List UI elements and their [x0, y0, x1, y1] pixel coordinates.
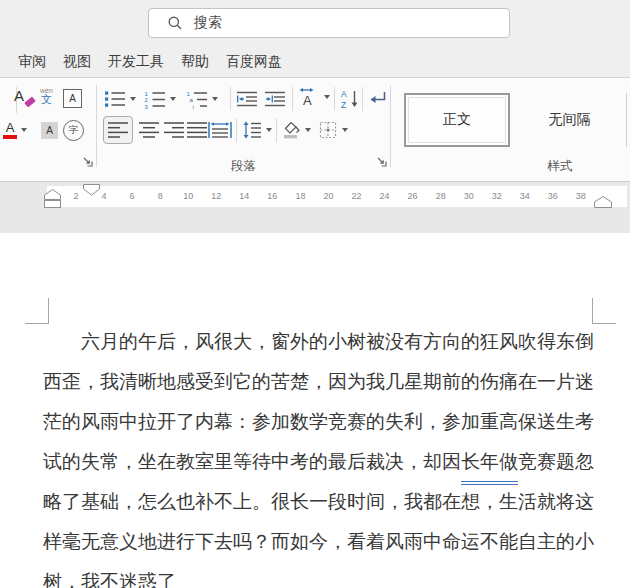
styles-group-label: 样式: [460, 158, 630, 175]
decrease-indent-button[interactable]: [236, 87, 258, 111]
justify-button[interactable]: [186, 118, 208, 142]
style-normal-label: 正文: [443, 111, 471, 129]
ruler-number: 8: [146, 186, 174, 207]
numbering-button[interactable]: 1 2 3: [144, 87, 176, 111]
style-no-spacing[interactable]: 无间隔: [513, 93, 626, 147]
ruler-number: 10: [174, 186, 202, 207]
first-line-indent-marker[interactable]: [83, 184, 100, 196]
document-page[interactable]: 六月的午后，风很大，窗外的小树被没有方向的狂风吹得东倒 西歪，我清晰地感受到它的…: [0, 233, 630, 588]
character-border-button[interactable]: A: [63, 86, 82, 110]
horizontal-ruler[interactable]: 2468101214161820222426283032343638: [47, 186, 627, 207]
ruler-number: 22: [342, 186, 370, 207]
button-separator: [236, 118, 237, 142]
chevron-down-icon[interactable]: [324, 95, 330, 99]
chevron-down-icon[interactable]: [170, 97, 176, 101]
svg-text:3: 3: [145, 104, 149, 110]
multilevel-list-button[interactable]: 1 a i: [186, 87, 218, 111]
shading-button[interactable]: [281, 118, 311, 142]
clear-formatting-icon: A: [13, 87, 33, 107]
asian-layout-button[interactable]: A: [298, 85, 330, 109]
align-right-button[interactable]: [163, 118, 185, 142]
justify-icon: [186, 120, 208, 140]
text-line[interactable]: 西歪，我清晰地感受到它的苦楚，因为我几星期前的伤痛在一片迷: [43, 362, 592, 402]
numbered-list-icon: 1 2 3: [144, 89, 166, 109]
button-separator: [362, 87, 363, 111]
ruler-number: 20: [314, 186, 342, 207]
svg-text:1: 1: [145, 91, 149, 97]
svg-text:Z: Z: [341, 99, 346, 109]
bullet-list-icon: [104, 89, 126, 109]
ruler-number: 16: [258, 186, 286, 207]
style-normal[interactable]: 正文: [404, 93, 510, 147]
paragraph-dialog-launcher[interactable]: [376, 156, 388, 168]
text-line[interactable]: 六月的午后，风很大，窗外的小树被没有方向的狂风吹得东倒: [43, 322, 592, 362]
text-line[interactable]: 略了基础，怎么也补不上。很长一段时间，我都在想，生活就将这: [43, 482, 592, 522]
title-bar: 搜索: [0, 0, 630, 47]
chevron-down-icon[interactable]: [130, 97, 136, 101]
svg-text:i: i: [193, 104, 194, 110]
ribbon: A wén 文 A A A 字: [0, 78, 630, 182]
align-left-icon: [107, 120, 129, 140]
chevron-down-icon[interactable]: [21, 128, 27, 132]
align-center-button[interactable]: [138, 118, 160, 142]
tab-developer[interactable]: 开发工具: [108, 53, 164, 71]
ribbon-tab-row: 审阅 视图 开发工具 帮助 百度网盘: [0, 47, 630, 78]
chevron-down-icon[interactable]: [342, 128, 348, 132]
enclose-characters-icon: 字: [63, 120, 84, 141]
tab-view[interactable]: 视图: [63, 53, 91, 71]
svg-text:A: A: [341, 89, 347, 99]
search-icon: [167, 15, 183, 31]
decrease-indent-icon: [236, 89, 258, 109]
svg-text:a: a: [190, 97, 194, 103]
font-color-icon: A: [3, 121, 17, 139]
right-indent-marker[interactable]: [594, 196, 612, 208]
tab-review[interactable]: 审阅: [18, 53, 46, 71]
text-line[interactable]: 试的失常，坐在教室里等待中考的最后裁决，却因长年做竞赛题忽: [43, 442, 592, 482]
group-separator: [96, 85, 97, 167]
word-window: 搜索 审阅 视图 开发工具 帮助 百度网盘 A wén 文: [0, 0, 630, 588]
asian-layout-icon: A: [298, 86, 320, 108]
button-separator: [276, 118, 277, 142]
chevron-down-icon[interactable]: [305, 128, 311, 132]
style-no-spacing-label: 无间隔: [549, 111, 591, 129]
increase-indent-icon: [264, 89, 286, 109]
clear-formatting-button[interactable]: A: [13, 85, 33, 109]
line-spacing-button[interactable]: [242, 118, 272, 142]
left-indent-marker[interactable]: [44, 189, 61, 208]
enclose-characters-button[interactable]: 字: [63, 116, 84, 144]
tab-help[interactable]: 帮助: [181, 53, 209, 71]
button-separator: [292, 87, 293, 111]
align-right-icon: [163, 120, 185, 140]
font-color-button[interactable]: A: [3, 116, 27, 144]
text-line[interactable]: 样毫无意义地进行下去吗？而如今，看着风雨中命运不能自主的小: [43, 522, 592, 562]
show-hide-marks-button[interactable]: [368, 87, 388, 111]
sort-az-icon: A Z: [340, 88, 360, 109]
align-left-button[interactable]: [103, 116, 133, 144]
paragraph-text: 六月的午后，风很大，窗外的小树被没有方向的狂风吹得东倒 西歪，我清晰地感受到它的…: [43, 322, 592, 588]
font-dialog-launcher[interactable]: [82, 156, 94, 168]
text-boundary-mark-right: [592, 298, 616, 324]
sort-button[interactable]: A Z: [340, 86, 360, 110]
search-box[interactable]: 搜索: [148, 8, 510, 38]
svg-text:1: 1: [187, 91, 191, 97]
bullets-button[interactable]: [104, 87, 136, 111]
text-line[interactable]: 树，我不迷惑了: [43, 562, 592, 588]
character-border-icon: A: [63, 89, 82, 108]
chevron-down-icon[interactable]: [266, 128, 272, 132]
ruler-number: 6: [118, 186, 146, 207]
ruler-number: 36: [539, 186, 567, 207]
distribute-text-button[interactable]: [207, 118, 233, 142]
text-segment: 竞赛题忽: [518, 451, 594, 472]
text-line[interactable]: 茫的风雨中拉开了内幕：参加数学竞赛的失利，参加重高保送生考: [43, 402, 592, 442]
text-boundary-mark-left: [25, 298, 49, 324]
text-segment: 试的失常，坐在教室里等待中考的最后裁决，却因: [43, 451, 461, 472]
character-shading-button[interactable]: A: [41, 118, 58, 142]
ruler-number: 38: [567, 186, 595, 207]
paragraph-mark-icon: [368, 89, 388, 109]
increase-indent-button[interactable]: [264, 87, 286, 111]
grammar-check-underline: 长年做: [461, 451, 518, 485]
chevron-down-icon[interactable]: [212, 97, 218, 101]
borders-button[interactable]: [318, 118, 348, 142]
phonetic-guide-button[interactable]: wén 文: [40, 84, 53, 108]
tab-baidu-netdisk[interactable]: 百度网盘: [226, 53, 282, 71]
